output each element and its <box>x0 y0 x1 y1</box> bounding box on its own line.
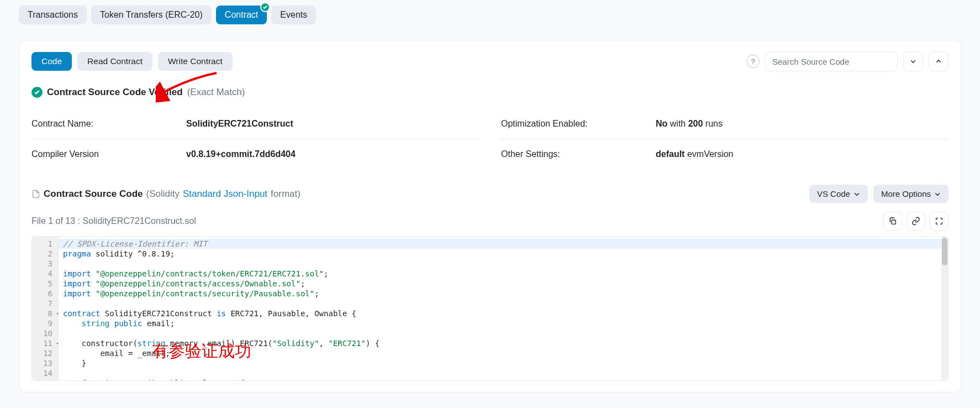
source-title: Contract Source Code (Solidity Standard … <box>31 189 301 200</box>
tab-events[interactable]: Events <box>271 6 316 24</box>
row-optimization: Optimization Enabled: No with 200 runs <box>501 109 949 139</box>
tab-contract[interactable]: Contract <box>216 6 267 24</box>
value-optimization: No with 200 runs <box>656 119 723 129</box>
verified-row: Contract Source Code Verified (Exact Mat… <box>31 87 949 98</box>
subtab-right: ? <box>746 51 949 71</box>
contract-card: Code Read Contract Write Contract ? Cont… <box>19 40 961 393</box>
subtab-write[interactable]: Write Contract <box>158 52 233 71</box>
source-actions: VS Code More Options <box>809 185 949 203</box>
subtab-row: Code Read Contract Write Contract ? <box>31 51 949 71</box>
row-settings: Other Settings: default evmVersion <box>501 139 949 169</box>
value-compiler: v0.8.19+commit.7dd6d404 <box>186 149 296 159</box>
vscode-button[interactable]: VS Code <box>809 185 868 203</box>
svg-rect-0 <box>892 220 895 224</box>
subtab-code[interactable]: Code <box>31 52 72 71</box>
tab-token-transfers[interactable]: Token Transfers (ERC-20) <box>91 6 212 24</box>
value-settings: default evmVersion <box>656 149 734 159</box>
file-row: File 1 of 13 : SolidityERC721Construct.s… <box>31 212 949 231</box>
label-optimization: Optimization Enabled: <box>501 119 656 129</box>
file-label: File 1 of 13 : SolidityERC721Construct.s… <box>31 216 196 226</box>
chevron-up-button[interactable] <box>929 51 949 71</box>
check-icon <box>31 87 43 98</box>
label-compiler: Compiler Version <box>31 149 186 159</box>
search-input[interactable] <box>765 51 898 71</box>
label-settings: Other Settings: <box>501 149 656 159</box>
file-icon <box>31 189 40 199</box>
subtab-read[interactable]: Read Contract <box>77 52 152 71</box>
verified-badge-icon <box>260 2 270 12</box>
value-contract-name: SolidityERC721Construct <box>186 119 293 128</box>
match-label: (Exact Match) <box>187 87 245 98</box>
json-input-link[interactable]: Standard Json-Input <box>183 189 267 200</box>
row-compiler: Compiler Version v0.8.19+commit.7dd6d404 <box>31 139 479 169</box>
editor-scrollbar[interactable] <box>941 237 948 380</box>
more-options-button[interactable]: More Options <box>873 185 949 203</box>
verified-label: Contract Source Code Verified <box>47 87 183 98</box>
link-button[interactable] <box>907 212 925 231</box>
line-gutter: 1234567 8910111213141516 <box>32 237 59 380</box>
chevron-down-button[interactable] <box>903 51 923 71</box>
info-grid: Contract Name: SolidityERC721Construct O… <box>31 109 949 169</box>
code-editor[interactable]: 1234567 8910111213141516 // SPDX-License… <box>31 236 949 381</box>
subtab-left: Code Read Contract Write Contract <box>31 52 233 71</box>
copy-button[interactable] <box>883 212 902 231</box>
source-header: Contract Source Code (Solidity Standard … <box>31 185 949 203</box>
label-contract-name: Contract Name: <box>31 119 186 129</box>
tab-transactions[interactable]: Transactions <box>19 6 87 24</box>
main-tabs: Transactions Token Transfers (ERC-20) Co… <box>19 0 961 30</box>
code-content: // SPDX-License-Identifier: MIT pragma s… <box>59 237 948 380</box>
expand-button[interactable] <box>930 212 949 231</box>
row-contract-name: Contract Name: SolidityERC721Construct <box>31 109 479 139</box>
file-actions <box>883 212 949 231</box>
help-icon[interactable]: ? <box>746 55 760 68</box>
tab-contract-label: Contract <box>225 10 258 19</box>
